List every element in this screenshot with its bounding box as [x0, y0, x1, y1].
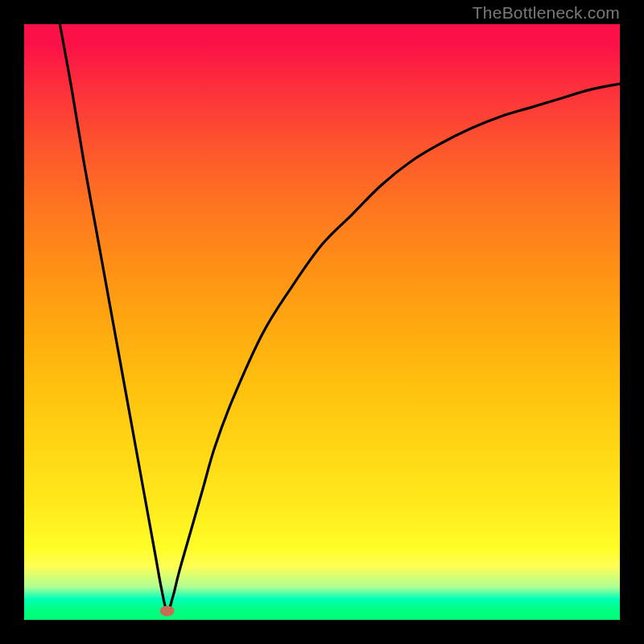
- plot-area: [24, 24, 620, 620]
- watermark-label: TheBottleneck.com: [473, 3, 620, 23]
- minimum-marker: [160, 605, 175, 616]
- chart-frame: TheBottleneck.com: [0, 0, 644, 644]
- bottleneck-curve: [60, 24, 620, 611]
- chart-svg: [24, 24, 620, 620]
- curve-line: [60, 24, 620, 611]
